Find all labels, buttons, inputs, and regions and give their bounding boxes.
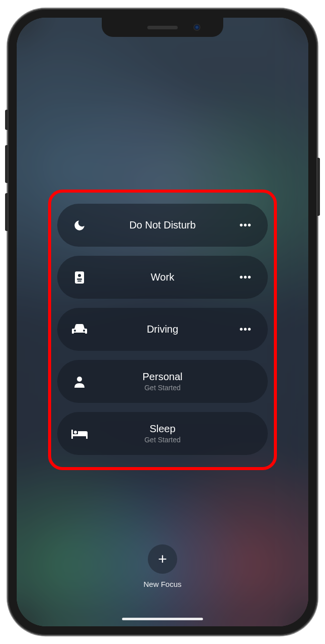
- focus-label: Work: [151, 271, 174, 283]
- car-icon: [71, 321, 88, 338]
- focus-text: Sleep Get Started: [88, 423, 237, 444]
- bed-icon: [71, 426, 88, 442]
- focus-text: Driving: [88, 324, 237, 335]
- svg-rect-0: [75, 271, 84, 284]
- speaker: [147, 26, 178, 29]
- front-camera: [193, 24, 200, 31]
- more-icon[interactable]: •••: [237, 219, 254, 231]
- new-focus-label: New Focus: [143, 580, 181, 588]
- focus-item-dnd[interactable]: Do Not Disturb •••: [57, 204, 268, 247]
- svg-point-5: [83, 330, 85, 332]
- person-icon: [71, 374, 88, 390]
- focus-item-work[interactable]: Work •••: [57, 256, 268, 299]
- more-icon[interactable]: •••: [237, 324, 254, 335]
- new-focus-button[interactable]: +: [148, 544, 177, 574]
- plus-icon: +: [158, 550, 167, 568]
- svg-rect-2: [77, 279, 82, 280]
- volume-up-button: [5, 145, 8, 183]
- svg-rect-3: [77, 281, 82, 282]
- svg-point-7: [74, 431, 77, 434]
- focus-item-driving[interactable]: Driving •••: [57, 308, 268, 351]
- more-icon[interactable]: •••: [237, 271, 254, 283]
- svg-point-4: [74, 330, 76, 332]
- notch: [102, 18, 223, 37]
- focus-label: Driving: [147, 324, 178, 335]
- focus-label: Sleep: [149, 423, 175, 435]
- screen: Do Not Disturb ••• Work •••: [17, 18, 308, 626]
- focus-text: Work: [88, 271, 237, 283]
- volume-down-button: [5, 193, 8, 231]
- focus-list: Do Not Disturb ••• Work •••: [17, 195, 308, 455]
- focus-label: Personal: [143, 371, 183, 383]
- focus-item-personal[interactable]: Personal Get Started: [57, 360, 268, 403]
- moon-icon: [71, 217, 88, 234]
- home-indicator[interactable]: [122, 618, 203, 620]
- mute-switch: [5, 110, 8, 130]
- focus-subtitle: Get Started: [144, 436, 181, 444]
- new-focus-section: + New Focus: [17, 544, 308, 588]
- badge-icon: [71, 269, 88, 286]
- focus-text: Personal Get Started: [88, 371, 237, 392]
- focus-text: Do Not Disturb: [88, 219, 237, 231]
- power-button: [317, 158, 320, 216]
- svg-point-1: [78, 274, 81, 277]
- focus-label: Do Not Disturb: [129, 219, 195, 231]
- phone-frame: Do Not Disturb ••• Work •••: [8, 9, 317, 635]
- focus-subtitle: Get Started: [144, 384, 181, 392]
- focus-item-sleep[interactable]: Sleep Get Started: [57, 412, 268, 455]
- svg-point-6: [77, 377, 82, 382]
- focus-panel: Do Not Disturb ••• Work •••: [17, 18, 308, 626]
